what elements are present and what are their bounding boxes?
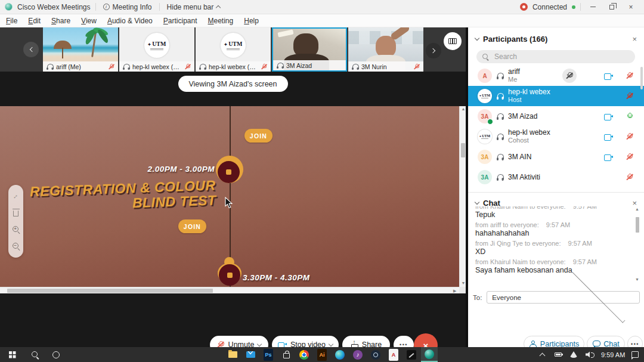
chat-message-list[interactable]: from Khairul Naim to everyone:9:57 AM Te… — [475, 206, 627, 281]
taskbar-store[interactable] — [278, 347, 295, 362]
taskbar-mail[interactable] — [242, 347, 259, 362]
tray-network[interactable] — [566, 347, 581, 362]
join-button-2[interactable]: JOIN — [178, 219, 206, 233]
video-thumbnail-cohost[interactable]: UTM hep-kl webex (Cohost) — [196, 27, 271, 72]
headset-icon — [496, 153, 504, 160]
taskbar-illustrator[interactable]: Ai — [314, 347, 330, 362]
headset-icon — [496, 113, 504, 120]
action-center-button[interactable] — [627, 347, 643, 362]
participant-row-cohost[interactable]: UTM hep-kl webex Cohost — [468, 126, 644, 147]
chevron-down-icon — [257, 341, 262, 346]
video-layout-button[interactable] — [444, 32, 462, 50]
taskbar-chrome[interactable] — [296, 347, 312, 362]
video-thumbnail-aizad-active[interactable]: 3M Aizad — [272, 27, 347, 72]
title-bar: Cisco Webex Meetings i Meeting Info Hide… — [0, 0, 644, 14]
scroll-down-arrow[interactable]: ▼ — [635, 278, 639, 281]
participant-list-scrollbar[interactable] — [640, 67, 643, 89]
pan-tool-button[interactable]: ↕ — [11, 191, 21, 202]
mute-button[interactable] — [562, 69, 577, 83]
to-label: To: — [473, 294, 482, 301]
zoom-out-icon: − — [12, 242, 20, 250]
participant-row-host-selected[interactable]: UTM hep-kl webex Host — [468, 86, 644, 106]
chat-recipient-select[interactable]: Everyone — [487, 291, 640, 304]
menu-participant[interactable]: Participant — [163, 17, 197, 25]
timeline-marker-2 — [216, 257, 243, 287]
shared-screen: JOIN 2.00PM - 3.00PM REGISTRATION & COLO… — [0, 106, 466, 293]
thumbnail-name: hep-kl webex (Host) — [132, 63, 181, 70]
taskbar-clock[interactable]: 9:59 AM — [601, 347, 625, 362]
participant-search[interactable] — [476, 50, 635, 63]
utm-logo-avatar: UTM — [478, 89, 492, 103]
windows-taskbar: Ps Ai ♪ A 9:59 AM — [0, 347, 644, 362]
scroll-thumb[interactable] — [7, 289, 213, 293]
menu-view[interactable]: View — [81, 17, 97, 25]
scroll-thumb[interactable] — [461, 143, 465, 157]
vertical-scrollbar[interactable]: ▲ ▼ — [459, 106, 466, 287]
mic-muted-icon — [413, 63, 420, 70]
taskbar-photoshop[interactable]: Ps — [260, 347, 277, 362]
edge-icon — [335, 350, 345, 360]
scroll-down-arrow[interactable]: ▼ — [462, 281, 465, 285]
zoom-in-button[interactable]: + — [11, 224, 21, 235]
event-2-time: 3.30PM - 4.30PM — [243, 273, 310, 282]
taskbar-file-explorer[interactable] — [224, 347, 241, 362]
hide-menu-bar-button[interactable]: Hide menu bar — [165, 3, 223, 11]
menu-share[interactable]: Share — [51, 17, 70, 25]
participant-row-aizad[interactable]: 3A 3M Aizad — [468, 106, 644, 126]
taskbar-steam[interactable] — [367, 347, 384, 362]
participants-header: Participants (166) × — [468, 31, 644, 47]
join-button-1[interactable]: JOIN — [244, 129, 273, 143]
divider — [580, 3, 581, 11]
taskbar-music-app[interactable]: ♪ — [349, 347, 366, 362]
shared-content-poster: JOIN 2.00PM - 3.00PM REGISTRATION & COLO… — [0, 106, 459, 287]
participant-row-3m-aktiviti[interactable]: 3A 3M Aktiviti — [468, 167, 644, 187]
start-button[interactable] — [2, 347, 23, 362]
menu-meeting[interactable]: Meeting — [208, 17, 234, 25]
scroll-right-arrow[interactable]: ▶ — [453, 289, 457, 293]
close-button[interactable]: × — [624, 1, 638, 13]
restore-button[interactable] — [605, 1, 619, 13]
menu-audio-video[interactable]: Audio & Video — [107, 17, 153, 25]
app-title: Cisco Webex Meetings — [17, 3, 91, 11]
file-explorer-icon — [228, 351, 237, 358]
close-chat-button[interactable]: × — [632, 199, 637, 207]
divider — [95, 3, 96, 11]
collapse-chevron-icon[interactable] — [475, 35, 479, 40]
participant-row-3m-ain[interactable]: 3A 3M AIN — [468, 147, 644, 167]
menu-edit[interactable]: Edit — [28, 17, 41, 25]
scroll-up-arrow[interactable]: ▲ — [462, 107, 465, 111]
chat-scrollbar[interactable]: ▲ ▼ — [633, 208, 642, 283]
clear-annotations-button[interactable] — [11, 208, 21, 218]
minimize-button[interactable] — [586, 1, 600, 13]
meeting-info-button[interactable]: i Meeting Info — [101, 3, 154, 11]
search-input[interactable] — [493, 52, 612, 61]
cortana-button[interactable] — [47, 347, 66, 362]
section-divider — [468, 192, 644, 193]
webex-logo-icon — [5, 3, 13, 11]
scroll-up-arrow[interactable]: ▲ — [635, 208, 639, 211]
chat-message-text: hahahahahahah — [475, 229, 627, 238]
video-thumbnail-host[interactable]: UTM hep-kl webex (Host) — [119, 27, 194, 72]
menu-help[interactable]: Help — [244, 17, 259, 25]
video-thumbnail-ariff[interactable]: ariff (Me) — [43, 27, 118, 72]
tray-volume[interactable] — [582, 347, 597, 362]
taskbar-edge[interactable] — [332, 347, 348, 362]
video-filmstrip: ariff (Me) UTM hep-kl webex (Host) — [0, 27, 466, 72]
collapse-chevron-icon[interactable] — [475, 199, 479, 204]
scroll-thumb[interactable] — [636, 217, 639, 233]
close-participants-button[interactable]: × — [632, 35, 637, 43]
taskbar-app-unknown[interactable] — [403, 347, 420, 362]
zoom-out-button[interactable]: − — [11, 241, 21, 252]
participant-row-ariff[interactable]: A ariff Me — [468, 66, 644, 86]
video-thumbnail-nurin[interactable]: 3M Nurin — [348, 27, 423, 72]
tray-battery[interactable] — [551, 347, 565, 362]
taskbar-webex-active[interactable] — [421, 347, 438, 362]
taskbar-search-button[interactable] — [25, 347, 44, 362]
horizontal-scrollbar[interactable]: ▶ — [0, 287, 459, 293]
taskbar-autocad[interactable]: A — [385, 347, 402, 362]
music-app-icon: ♪ — [353, 350, 363, 360]
filmstrip-prev-button[interactable] — [23, 42, 39, 57]
menu-file[interactable]: File — [6, 17, 17, 25]
filmstrip-next-button[interactable] — [426, 43, 441, 58]
tray-expand-button[interactable] — [535, 347, 549, 362]
